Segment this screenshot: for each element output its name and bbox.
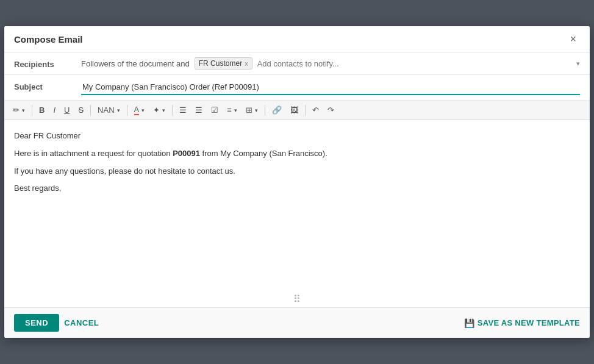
redo-btn[interactable]: ↷: [324, 104, 338, 116]
bold-btn[interactable]: B: [35, 104, 48, 116]
editor-line-3: If you have any questions, please do not…: [14, 165, 580, 178]
recipients-label: Recipients: [14, 57, 81, 69]
editor-toolbar: ✏ ▾ B I U S NAN ▾ A ▾: [4, 101, 590, 120]
undo-btn[interactable]: ↶: [309, 104, 323, 116]
cancel-button[interactable]: CANCEL: [64, 318, 99, 327]
scroll-handle-icon: ⠿: [293, 294, 301, 304]
subject-row: Subject: [4, 75, 590, 101]
underline-btn[interactable]: U: [60, 104, 73, 116]
recipient-tag-label: FR Customer: [199, 59, 242, 68]
undo-icon: ↶: [312, 105, 319, 115]
subject-field: [81, 80, 580, 95]
font-label: NAN: [98, 105, 114, 115]
recipient-tag-remove[interactable]: x: [245, 60, 248, 67]
image-btn[interactable]: 🖼: [287, 104, 302, 116]
ordered-list-icon: ☰: [195, 105, 202, 115]
editor-line-4: Best regards,: [14, 182, 580, 195]
recipient-tag: FR Customer x: [195, 57, 252, 70]
highlight-icon: ✦: [153, 105, 160, 115]
align-btn[interactable]: ≡ ▾: [223, 104, 241, 116]
font-color-icon: A: [134, 105, 140, 115]
link-icon: 🔗: [272, 105, 282, 115]
editor-line-2-bold: P00091: [173, 149, 200, 158]
save-as-new-template-button[interactable]: 💾 SAVE AS NEW TEMPLATE: [464, 318, 580, 328]
recipients-description: Followers of the document and: [81, 59, 190, 68]
recipients-field: Followers of the document and FR Custome…: [81, 57, 580, 70]
contacts-input[interactable]: [255, 58, 580, 70]
toolbar-separator-3: [127, 105, 127, 116]
unordered-list-icon: ☰: [179, 105, 187, 115]
italic-icon: I: [53, 105, 55, 115]
ordered-list-btn[interactable]: ☰: [191, 104, 206, 116]
toolbar-separator-4: [172, 105, 173, 116]
toolbar-separator-2: [90, 105, 91, 116]
send-button[interactable]: SEND: [14, 314, 59, 332]
save-icon: 💾: [464, 318, 474, 328]
editor-line-2-after: from My Company (San Francisco).: [200, 149, 327, 158]
modal-header: Compose Email ×: [4, 26, 590, 52]
subject-label: Subject: [14, 80, 81, 91]
recipients-dropdown-arrow[interactable]: ▾: [576, 60, 580, 68]
modal-body: Recipients Followers of the document and…: [4, 52, 590, 307]
scroll-indicator: ⠿: [4, 291, 590, 307]
save-template-label: SAVE AS NEW TEMPLATE: [478, 318, 580, 327]
toolbar-separator-5: [265, 105, 265, 116]
underline-icon: U: [64, 105, 70, 115]
font-color-btn[interactable]: A ▾: [131, 103, 149, 117]
table-icon: ⊞: [246, 105, 252, 115]
redo-icon: ↷: [327, 105, 334, 115]
table-btn[interactable]: ⊞ ▾: [242, 104, 262, 116]
close-button[interactable]: ×: [566, 32, 580, 46]
pen-icon: ✏: [13, 105, 20, 115]
footer-left: SEND CANCEL: [14, 314, 99, 332]
editor-line-2-before: Here is in attachment a request for quot…: [14, 149, 173, 158]
checkbox-btn[interactable]: ☑: [207, 104, 222, 116]
italic-btn[interactable]: I: [49, 104, 59, 116]
link-btn[interactable]: 🔗: [268, 104, 285, 116]
font-dropdown-btn[interactable]: NAN ▾: [94, 104, 123, 116]
strikethrough-icon: S: [78, 105, 84, 115]
modal-footer: SEND CANCEL 💾 SAVE AS NEW TEMPLATE: [4, 307, 590, 338]
recipients-row: Recipients Followers of the document and…: [4, 52, 590, 75]
unordered-list-btn[interactable]: ☰: [176, 104, 190, 116]
pen-dropdown-btn[interactable]: ✏ ▾: [9, 104, 29, 116]
highlight-btn[interactable]: ✦ ▾: [149, 104, 169, 116]
email-editor[interactable]: Dear FR Customer Here is in attachment a…: [4, 120, 590, 291]
modal-title: Compose Email: [14, 34, 83, 45]
bold-icon: B: [39, 105, 45, 115]
toolbar-separator-6: [305, 105, 306, 116]
editor-line-2: Here is in attachment a request for quot…: [14, 148, 580, 160]
compose-email-modal: Compose Email × Recipients Followers of …: [4, 26, 590, 338]
subject-input[interactable]: [81, 80, 580, 95]
toolbar-separator-1: [32, 105, 32, 116]
strikethrough-btn[interactable]: S: [74, 104, 87, 116]
editor-line-1: Dear FR Customer: [14, 130, 580, 143]
image-icon: 🖼: [290, 105, 298, 115]
align-icon: ≡: [227, 105, 232, 115]
checkbox-icon: ☑: [211, 105, 218, 115]
